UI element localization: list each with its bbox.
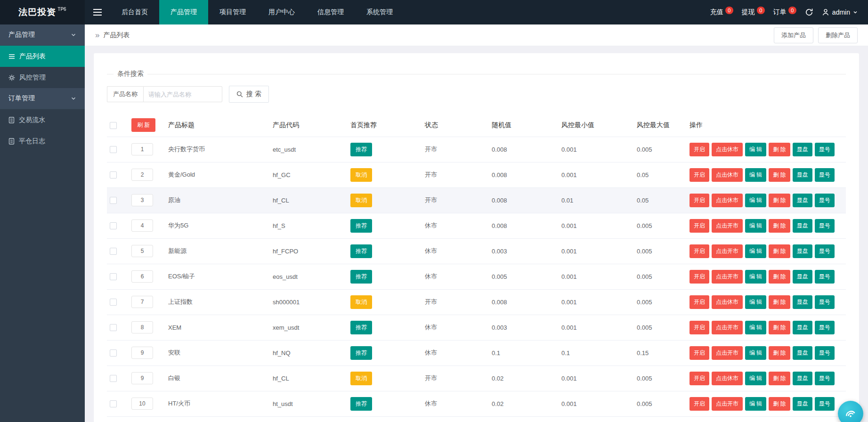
sort-order-input[interactable]: 10: [131, 398, 153, 410]
sort-order-input[interactable]: 7: [131, 296, 153, 308]
delete-button[interactable]: 删 除: [769, 219, 790, 233]
market-toggle-button[interactable]: 点击休市: [712, 143, 743, 156]
market-toggle-button[interactable]: 点击开市: [712, 244, 743, 258]
delete-product-button[interactable]: 删除产品: [818, 27, 858, 43]
show-number-button[interactable]: 显号: [815, 397, 835, 411]
search-button[interactable]: 搜 索: [229, 86, 269, 103]
edit-button[interactable]: 编 辑: [745, 346, 766, 360]
customer-service-float-button[interactable]: [838, 401, 863, 422]
top-menu-item[interactable]: 用户中心: [257, 0, 306, 24]
sort-order-input[interactable]: 9: [131, 372, 153, 384]
recommend-toggle-button[interactable]: 取消: [350, 372, 372, 385]
show-number-button[interactable]: 显号: [815, 295, 835, 309]
recommend-toggle-button[interactable]: 推荐: [350, 219, 372, 233]
refresh-icon[interactable]: [805, 8, 813, 16]
edit-button[interactable]: 编 辑: [745, 321, 766, 334]
refresh-button[interactable]: 刷 新: [131, 118, 155, 132]
enable-button[interactable]: 开启: [690, 219, 709, 233]
row-checkbox[interactable]: [110, 197, 117, 204]
show-board-button[interactable]: 显盘: [793, 295, 812, 309]
delete-button[interactable]: 删 除: [769, 194, 790, 207]
sidebar-item-风控管理[interactable]: 风控管理: [0, 67, 85, 88]
enable-button[interactable]: 开启: [690, 346, 709, 360]
show-number-button[interactable]: 显号: [815, 143, 835, 156]
market-toggle-button[interactable]: 点击休市: [712, 295, 743, 309]
edit-button[interactable]: 编 辑: [745, 194, 766, 207]
sidebar-item-产品列表[interactable]: 产品列表: [0, 46, 85, 67]
sort-order-input[interactable]: 3: [131, 194, 153, 206]
edit-button[interactable]: 编 辑: [745, 372, 766, 385]
market-toggle-button[interactable]: 点击开市: [712, 219, 743, 233]
recommend-toggle-button[interactable]: 取消: [350, 194, 372, 207]
show-board-button[interactable]: 显盘: [793, 346, 812, 360]
topbar-stat[interactable]: 提现0: [742, 8, 765, 16]
delete-button[interactable]: 删 除: [769, 270, 790, 284]
enable-button[interactable]: 开启: [690, 270, 709, 284]
enable-button[interactable]: 开启: [690, 143, 709, 156]
show-board-button[interactable]: 显盘: [793, 143, 812, 156]
product-name-input[interactable]: [143, 86, 222, 102]
sort-order-input[interactable]: 5: [131, 245, 153, 257]
enable-button[interactable]: 开启: [690, 295, 709, 309]
show-board-button[interactable]: 显盘: [793, 244, 812, 258]
top-menu-item[interactable]: 项目管理: [208, 0, 257, 24]
sidebar-group-header[interactable]: 订单管理: [0, 88, 85, 109]
row-checkbox[interactable]: [110, 171, 117, 179]
recommend-toggle-button[interactable]: 推荐: [350, 143, 372, 156]
delete-button[interactable]: 删 除: [769, 143, 790, 156]
row-checkbox[interactable]: [110, 324, 117, 331]
sort-order-input[interactable]: 4: [131, 219, 153, 232]
market-toggle-button[interactable]: 点击开市: [712, 270, 743, 284]
edit-button[interactable]: 编 辑: [745, 219, 766, 233]
topbar-stat[interactable]: 订单0: [773, 8, 796, 16]
enable-button[interactable]: 开启: [690, 372, 709, 385]
row-checkbox[interactable]: [110, 222, 117, 229]
sidebar-item-平仓日志[interactable]: 平仓日志: [0, 130, 85, 152]
delete-button[interactable]: 删 除: [769, 321, 790, 334]
select-all-checkbox[interactable]: [110, 122, 117, 129]
show-number-button[interactable]: 显号: [815, 194, 835, 207]
show-board-button[interactable]: 显盘: [793, 372, 812, 385]
top-menu-item[interactable]: 信息管理: [306, 0, 355, 24]
sort-order-input[interactable]: 6: [131, 270, 153, 283]
market-toggle-button[interactable]: 点击休市: [712, 194, 743, 207]
row-checkbox[interactable]: [110, 375, 117, 382]
edit-button[interactable]: 编 辑: [745, 168, 766, 182]
market-toggle-button[interactable]: 点击休市: [712, 168, 743, 182]
show-board-button[interactable]: 显盘: [793, 321, 812, 334]
show-board-button[interactable]: 显盘: [793, 168, 812, 182]
show-board-button[interactable]: 显盘: [793, 194, 812, 207]
recommend-toggle-button[interactable]: 取消: [350, 168, 372, 182]
market-toggle-button[interactable]: 点击开市: [712, 321, 743, 334]
row-checkbox[interactable]: [110, 349, 117, 357]
row-checkbox[interactable]: [110, 146, 117, 153]
row-checkbox[interactable]: [110, 400, 117, 407]
market-toggle-button[interactable]: 点击开市: [712, 397, 743, 411]
delete-button[interactable]: 删 除: [769, 372, 790, 385]
sort-order-input[interactable]: 2: [131, 169, 153, 181]
recommend-toggle-button[interactable]: 取消: [350, 295, 372, 309]
hamburger-icon[interactable]: [85, 0, 110, 24]
recommend-toggle-button[interactable]: 推荐: [350, 244, 372, 258]
recommend-toggle-button[interactable]: 推荐: [350, 346, 372, 360]
show-board-button[interactable]: 显盘: [793, 270, 812, 284]
edit-button[interactable]: 编 辑: [745, 295, 766, 309]
enable-button[interactable]: 开启: [690, 397, 709, 411]
delete-button[interactable]: 删 除: [769, 346, 790, 360]
delete-button[interactable]: 删 除: [769, 168, 790, 182]
sort-order-input[interactable]: 9: [131, 347, 153, 359]
show-number-button[interactable]: 显号: [815, 244, 835, 258]
edit-button[interactable]: 编 辑: [745, 270, 766, 284]
sidebar-item-交易流水[interactable]: 交易流水: [0, 109, 85, 130]
recommend-toggle-button[interactable]: 推荐: [350, 321, 372, 334]
show-board-button[interactable]: 显盘: [793, 219, 812, 233]
sort-order-input[interactable]: 1: [131, 143, 153, 155]
top-menu-item[interactable]: 系统管理: [355, 0, 404, 24]
market-toggle-button[interactable]: 点击休市: [712, 372, 743, 385]
edit-button[interactable]: 编 辑: [745, 397, 766, 411]
edit-button[interactable]: 编 辑: [745, 244, 766, 258]
row-checkbox[interactable]: [110, 299, 117, 306]
enable-button[interactable]: 开启: [690, 194, 709, 207]
recommend-toggle-button[interactable]: 推荐: [350, 397, 372, 411]
top-menu-item[interactable]: 产品管理: [159, 0, 208, 24]
